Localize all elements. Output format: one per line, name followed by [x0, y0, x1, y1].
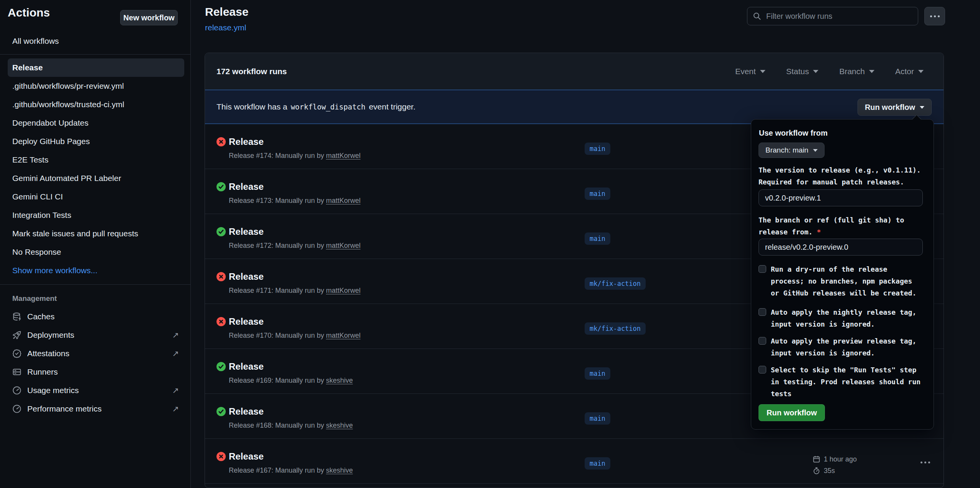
management-item-usage-metrics[interactable]: Usage metrics↗ [8, 381, 184, 400]
page-title: Release [205, 5, 248, 18]
external-link-icon: ↗ [172, 404, 179, 413]
run-actor-link[interactable]: skeshive [326, 377, 353, 384]
version-input[interactable] [759, 189, 923, 206]
checkbox-label-line: or GitHub releases will be created. [771, 287, 916, 299]
filter-workflow-runs-input[interactable] [765, 12, 912, 21]
external-link-icon: ↗ [172, 349, 179, 358]
run-description: Release #168: Manually run by skeshive [229, 422, 353, 430]
checkbox-input[interactable] [759, 337, 766, 345]
failure-icon [216, 452, 226, 461]
run-actions-button[interactable] [921, 458, 937, 467]
branch-badge[interactable]: main [585, 412, 610, 425]
run-workflow-submit-button[interactable]: Run workflow [759, 404, 825, 421]
version-input-description: The version to release (e.g., v0.1.11).R… [759, 164, 921, 188]
branch-badge[interactable]: mk/fix-action [585, 277, 646, 290]
filter-actor[interactable]: Actor [893, 66, 926, 76]
description-line: The version to release (e.g., v0.1.11). [759, 164, 921, 176]
chevron-down-icon [920, 106, 924, 109]
sidebar-item-dependabot-updates[interactable]: Dependabot Updates [8, 114, 184, 132]
run-name-link[interactable]: Release [229, 406, 264, 417]
run-actor-link[interactable]: skeshive [326, 466, 353, 474]
run-name-link[interactable]: Release [229, 316, 264, 327]
checkbox-label: Select to skip the "Run Tests" stepin te… [771, 364, 921, 400]
branch-badge[interactable]: main [585, 457, 610, 470]
branch-select-button[interactable]: Branch: main [759, 143, 825, 158]
chevron-down-icon [760, 70, 765, 73]
actions-sidebar: Actions New workflow All workflows Relea… [0, 0, 191, 488]
workflow-file-link[interactable]: release.yml [205, 23, 246, 32]
run-name-link[interactable]: Release [229, 361, 264, 372]
run-name-link[interactable]: Release [229, 181, 264, 192]
success-icon [216, 182, 226, 191]
branch-badge[interactable]: main [585, 143, 610, 155]
sidebar-item-integration-tests[interactable]: Integration Tests [8, 206, 184, 224]
banner-event-code: workflow_dispatch [291, 103, 365, 111]
sidebar-divider [0, 54, 190, 55]
workflow-options-button[interactable] [924, 7, 945, 25]
actions-title: Actions [8, 6, 50, 19]
run-actor-link[interactable]: mattKorwel [326, 287, 360, 294]
management-item-label: Performance metrics [27, 404, 102, 413]
ref-input-description: The branch or ref (full git sha) torelea… [759, 214, 904, 238]
run-workflow-dropdown-button[interactable]: Run workflow [858, 99, 932, 116]
management-item-deployments[interactable]: Deployments↗ [8, 326, 184, 344]
sidebar-item-github-workflows-trusted-ci-yml[interactable]: .github/workflows/trusted-ci.yml [8, 95, 184, 114]
success-icon [216, 227, 226, 236]
sidebar-item-all-workflows[interactable]: All workflows [12, 35, 59, 48]
run-name-link[interactable]: Release [229, 271, 264, 282]
checkbox-label-line: Auto apply the preview release tag, [771, 335, 916, 347]
sidebar-item-gemini-automated-pr-labeler[interactable]: Gemini Automated PR Labeler [8, 169, 184, 188]
popover-checkbox-row: Auto apply the preview release tag,input… [759, 335, 916, 359]
filter-branch[interactable]: Branch [837, 66, 877, 76]
checkbox-input[interactable] [759, 308, 766, 316]
sidebar-item-show-more-workflows[interactable]: Show more workflows... [8, 261, 184, 280]
sidebar-item-e2e-tests[interactable]: E2E Tests [8, 151, 184, 169]
branch-select-label: Branch: main [765, 146, 808, 154]
run-actor-link[interactable]: mattKorwel [326, 197, 360, 204]
filter-status[interactable]: Status [784, 66, 821, 76]
runs-filters: EventStatusBranchActor [733, 53, 926, 90]
branch-badge[interactable]: main [585, 188, 610, 200]
management-item-runners[interactable]: Runners [8, 363, 184, 381]
run-name-link[interactable]: Release [229, 451, 264, 462]
branch-badge[interactable]: main [585, 232, 610, 245]
management-item-label: Attestations [27, 349, 69, 358]
popover-checkbox-row: Select to skip the "Run Tests" stepin te… [759, 364, 921, 400]
calendar-icon [813, 455, 820, 463]
run-actor-link[interactable]: mattKorwel [326, 152, 360, 159]
new-workflow-button[interactable]: New workflow [120, 10, 178, 25]
sidebar-item-deploy-github-pages[interactable]: Deploy GitHub Pages [8, 132, 184, 151]
filter-event[interactable]: Event [733, 66, 768, 76]
checkbox-input[interactable] [759, 366, 766, 373]
ref-input[interactable] [759, 239, 923, 256]
filter-workflow-runs-input-wrap [747, 7, 918, 25]
run-actor-link[interactable]: mattKorwel [326, 242, 360, 249]
meter-icon [12, 386, 21, 395]
management-item-label: Usage metrics [27, 386, 79, 395]
filter-label: Actor [895, 67, 914, 76]
checkbox-label: Auto apply the preview release tag,input… [771, 335, 916, 359]
meter-icon [12, 404, 21, 413]
branch-badge[interactable]: main [585, 367, 610, 380]
run-actor-link[interactable]: mattKorwel [326, 332, 360, 339]
run-meta-duration: 35s [813, 465, 857, 476]
failure-icon [216, 317, 226, 326]
sidebar-item-release[interactable]: Release [8, 58, 184, 77]
sidebar-item-gemini-cli-ci[interactable]: Gemini CLI CI [8, 188, 184, 206]
run-name-link[interactable]: Release [229, 136, 264, 147]
run-time-label: 1 hour ago [824, 455, 857, 463]
checkbox-input[interactable] [759, 265, 766, 273]
management-item-caches[interactable]: Caches [8, 307, 184, 326]
branch-badge[interactable]: mk/fix-action [585, 322, 646, 335]
run-meta-time: 1 hour ago [813, 453, 857, 465]
management-item-performance-metrics[interactable]: Performance metrics↗ [8, 400, 184, 418]
description-line: The branch or ref (full git sha) to [759, 214, 904, 226]
failure-icon [216, 137, 226, 146]
run-name-link[interactable]: Release [229, 226, 264, 237]
sidebar-item-github-workflows-pr-review-yml[interactable]: .github/workflows/pr-review.yml [8, 77, 184, 95]
sidebar-item-mark-stale-issues-and-pull-requests[interactable]: Mark stale issues and pull requests [8, 224, 184, 243]
management-item-attestations[interactable]: Attestations↗ [8, 344, 184, 363]
run-actor-link[interactable]: skeshive [326, 422, 353, 429]
run-description: Release #174: Manually run by mattKorwel [229, 152, 360, 160]
sidebar-item-no-response[interactable]: No Response [8, 243, 184, 261]
